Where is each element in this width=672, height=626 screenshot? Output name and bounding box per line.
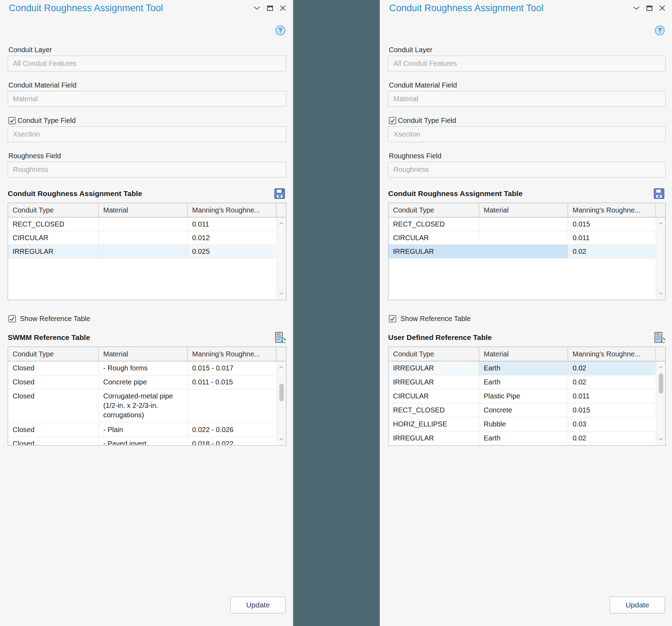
cell-roughness: 0.03 [568, 417, 656, 431]
scroll-up-icon[interactable] [656, 364, 665, 370]
table-scrollbar[interactable] [656, 217, 665, 299]
column-header-spacer [656, 203, 665, 217]
assignment-table: Conduit Type Material Manning's Roughne.… [8, 203, 286, 300]
scrollbar-thumb[interactable] [279, 384, 284, 401]
cell-material[interactable] [479, 231, 568, 245]
conduit-material-input[interactable]: Material [8, 91, 286, 107]
show-reference-checkbox[interactable] [8, 315, 16, 322]
table-row-selected[interactable]: IRREGULAR 0.02 [388, 245, 656, 258]
column-header-spacer [656, 347, 665, 361]
table-row[interactable]: Closed - Rough forms 0.015 - 0.017 [8, 361, 276, 375]
cell-conduit-type: IRREGULAR [388, 431, 479, 445]
table-row[interactable]: IRREGULAR Earth 0.02 [388, 375, 656, 389]
scroll-down-icon[interactable] [277, 436, 286, 442]
cell-conduit-type: CIRCULAR [388, 389, 479, 403]
cell-conduit-type[interactable]: RECT_CLOSED [388, 217, 479, 231]
conduit-type-checkbox[interactable] [8, 117, 16, 124]
table-row[interactable]: Closed - Plain 0.022 - 0.026 [8, 423, 276, 437]
conduit-type-checkbox[interactable] [389, 117, 396, 124]
help-icon[interactable]: ? [655, 26, 665, 35]
cell-roughness[interactable]: 0.012 [188, 231, 276, 245]
cell-roughness[interactable]: 0.015 [568, 217, 656, 231]
table-row[interactable]: HORIZ_ELLIPSE Rubble 0.03 [388, 417, 656, 431]
table-scrollbar[interactable] [276, 361, 286, 445]
conduit-type-label: Conduit Type Field [398, 117, 456, 125]
update-button[interactable]: Update [230, 597, 286, 613]
cell-material[interactable] [99, 231, 188, 245]
show-reference-checkbox[interactable] [389, 315, 396, 322]
scroll-down-icon[interactable] [277, 290, 286, 297]
cell-roughness[interactable]: 0.011 [188, 217, 276, 231]
scrollbar-thumb[interactable] [659, 373, 663, 394]
table-row[interactable]: IRREGULAR Earth 0.02 [388, 431, 656, 445]
conduit-layer-input[interactable]: All Conduit Features [8, 56, 286, 71]
cell-roughness: 0.02 [568, 361, 656, 375]
scroll-up-icon[interactable] [277, 220, 286, 227]
conduit-type-input[interactable]: Xsection [388, 126, 666, 142]
cell-material[interactable] [99, 217, 188, 231]
table-row[interactable]: RECT_CLOSED 0.015 [388, 217, 656, 231]
cell-material[interactable] [479, 245, 568, 258]
assignment-table-header-row: Conduit Roughness Assignment Table [388, 187, 666, 201]
close-icon[interactable] [279, 5, 286, 12]
cell-material: Corrugated-metal pipe (1/2-in. x 2-2/3-i… [99, 389, 188, 423]
save-icon[interactable] [652, 187, 666, 200]
cell-conduit-type: Closed [8, 423, 99, 437]
column-header-material: Material [479, 347, 568, 361]
cell-roughness[interactable]: 0.025 [188, 245, 276, 258]
reference-table-body: IRREGULAR Earth 0.02 IRREGULAR Earth 0.0… [388, 361, 656, 445]
cell-roughness: 0.02 [568, 431, 656, 445]
table-row[interactable]: Closed Corrugated-metal pipe (1/2-in. x … [8, 389, 276, 423]
table-row-selected[interactable]: IRREGULAR 0.025 [8, 245, 276, 258]
cell-roughness[interactable]: 0.011 [568, 231, 656, 245]
dock-window-icon[interactable] [646, 5, 653, 12]
scroll-down-icon[interactable] [656, 436, 665, 442]
conduit-layer-input[interactable]: All Conduit Features [388, 56, 666, 71]
tool-panel-right: Conduit Roughness Assignment Tool ? Cond… [380, 0, 672, 626]
collapse-chevron-icon[interactable] [253, 5, 260, 12]
collapse-chevron-icon[interactable] [633, 5, 640, 12]
cell-material[interactable] [479, 217, 568, 231]
help-icon[interactable]: ? [275, 26, 285, 35]
conduit-type-input[interactable]: Xsection [8, 126, 286, 142]
table-row-clipped[interactable]: Closed - Paved invert 0.018 - 0.022 [8, 437, 276, 445]
scroll-up-icon[interactable] [656, 220, 665, 227]
table-row[interactable]: RECT_CLOSED 0.011 [8, 217, 276, 231]
reference-table-title: User Defined Reference Table [388, 333, 492, 342]
dock-window-icon[interactable] [266, 5, 273, 12]
cell-conduit-type[interactable]: CIRCULAR [388, 231, 479, 245]
cell-material: Concrete pipe [99, 375, 188, 389]
table-row[interactable]: RECT_CLOSED Concrete 0.015 [388, 403, 656, 417]
cell-roughness[interactable]: 0.02 [568, 245, 656, 258]
table-scrollbar[interactable] [656, 361, 665, 445]
cell-material: - Paved invert [99, 437, 188, 445]
scroll-up-icon[interactable] [277, 364, 286, 370]
table-row-selected[interactable]: IRREGULAR Earth 0.02 [388, 361, 656, 375]
scroll-down-icon[interactable] [656, 290, 665, 297]
reference-table-title: SWMM Reference Table [8, 333, 90, 342]
cell-conduit-type[interactable]: CIRCULAR [8, 231, 99, 245]
table-row[interactable]: CIRCULAR Plastic Pipe 0.011 [388, 389, 656, 403]
cell-conduit-type[interactable]: IRREGULAR [388, 245, 479, 258]
roughness-field-input[interactable]: Roughness [8, 162, 286, 178]
table-row[interactable]: Closed Concrete pipe 0.011 - 0.015 [8, 375, 276, 389]
cell-conduit-type: RECT_CLOSED [388, 403, 479, 417]
table-row[interactable]: CIRCULAR 0.011 [388, 231, 656, 245]
roughness-field-input[interactable]: Roughness [388, 162, 666, 178]
conduit-material-label: Conduit Material Field [389, 81, 666, 89]
column-header-spacer [276, 203, 286, 217]
close-icon[interactable] [659, 5, 666, 12]
save-icon[interactable] [273, 187, 286, 200]
cell-conduit-type[interactable]: RECT_CLOSED [8, 217, 99, 231]
cell-conduit-type: Closed [8, 361, 99, 375]
table-row[interactable]: CIRCULAR 0.012 [8, 231, 276, 245]
cell-conduit-type: Closed [8, 389, 99, 423]
conduit-material-input[interactable]: Material [388, 91, 666, 107]
update-button[interactable]: Update [610, 597, 665, 613]
table-scrollbar[interactable] [276, 217, 286, 299]
cell-conduit-type[interactable]: IRREGULAR [8, 245, 99, 258]
reload-reference-table-icon[interactable] [273, 331, 286, 344]
conduit-type-checkbox-row: Conduit Type Field [389, 117, 666, 125]
reload-reference-table-icon[interactable] [652, 331, 666, 344]
cell-material[interactable] [99, 245, 188, 258]
